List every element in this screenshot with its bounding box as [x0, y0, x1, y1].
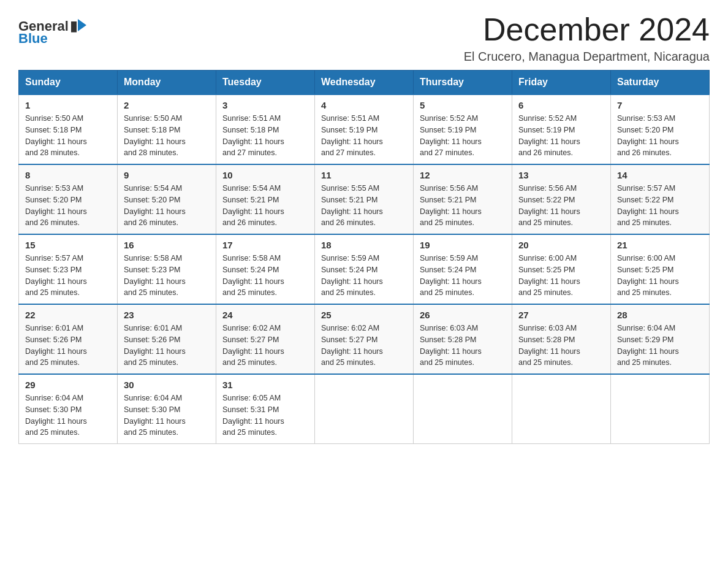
day-info: Sunrise: 5:55 AM Sunset: 5:21 PM Dayligh…: [321, 183, 407, 229]
logo-blue-text: Blue: [18, 31, 48, 47]
day-info: Sunrise: 6:02 AM Sunset: 5:27 PM Dayligh…: [321, 323, 407, 369]
calendar-cell: [414, 374, 512, 444]
day-info: Sunrise: 5:57 AM Sunset: 5:22 PM Dayligh…: [617, 183, 703, 229]
header-row: SundayMondayTuesdayWednesdayThursdayFrid…: [19, 71, 710, 95]
calendar-cell: 24 Sunrise: 6:02 AM Sunset: 5:27 PM Dayl…: [216, 304, 315, 374]
calendar-cell: 29 Sunrise: 6:04 AM Sunset: 5:30 PM Dayl…: [19, 374, 118, 444]
calendar-cell: 2 Sunrise: 5:50 AM Sunset: 5:18 PM Dayli…: [118, 94, 216, 164]
day-info: Sunrise: 5:50 AM Sunset: 5:18 PM Dayligh…: [124, 113, 210, 159]
header-monday: Monday: [118, 71, 216, 95]
week-row-2: 8 Sunrise: 5:53 AM Sunset: 5:20 PM Dayli…: [19, 164, 710, 234]
day-number: 18: [321, 240, 407, 250]
calendar-cell: 30 Sunrise: 6:04 AM Sunset: 5:30 PM Dayl…: [118, 374, 216, 444]
calendar-cell: 31 Sunrise: 6:05 AM Sunset: 5:31 PM Dayl…: [216, 374, 315, 444]
day-number: 8: [25, 170, 111, 180]
day-number: 25: [321, 310, 407, 320]
calendar-cell: 9 Sunrise: 5:54 AM Sunset: 5:20 PM Dayli…: [118, 164, 216, 234]
day-number: 17: [222, 240, 308, 250]
calendar-cell: 20 Sunrise: 6:00 AM Sunset: 5:25 PM Dayl…: [512, 234, 611, 304]
calendar-cell: [512, 374, 611, 444]
header-sunday: Sunday: [19, 71, 118, 95]
day-number: 2: [124, 100, 210, 110]
day-info: Sunrise: 6:00 AM Sunset: 5:25 PM Dayligh…: [518, 253, 604, 299]
day-info: Sunrise: 5:51 AM Sunset: 5:18 PM Dayligh…: [222, 113, 308, 159]
day-info: Sunrise: 6:04 AM Sunset: 5:29 PM Dayligh…: [617, 323, 703, 369]
title-area: December 2024 El Crucero, Managua Depart…: [464, 12, 710, 64]
calendar-cell: 22 Sunrise: 6:01 AM Sunset: 5:26 PM Dayl…: [19, 304, 118, 374]
day-info: Sunrise: 6:01 AM Sunset: 5:26 PM Dayligh…: [25, 323, 111, 369]
day-number: 20: [518, 240, 604, 250]
day-number: 23: [124, 310, 210, 320]
day-number: 13: [518, 170, 604, 180]
day-number: 27: [518, 310, 604, 320]
calendar-cell: 11 Sunrise: 5:55 AM Sunset: 5:21 PM Dayl…: [315, 164, 414, 234]
day-info: Sunrise: 5:52 AM Sunset: 5:19 PM Dayligh…: [420, 113, 506, 159]
calendar-cell: 28 Sunrise: 6:04 AM Sunset: 5:29 PM Dayl…: [611, 304, 710, 374]
calendar-cell: 15 Sunrise: 5:57 AM Sunset: 5:23 PM Dayl…: [19, 234, 118, 304]
day-info: Sunrise: 6:01 AM Sunset: 5:26 PM Dayligh…: [124, 323, 210, 369]
week-row-1: 1 Sunrise: 5:50 AM Sunset: 5:18 PM Dayli…: [19, 94, 710, 164]
day-info: Sunrise: 5:54 AM Sunset: 5:20 PM Dayligh…: [124, 183, 210, 229]
day-info: Sunrise: 6:03 AM Sunset: 5:28 PM Dayligh…: [518, 323, 604, 369]
day-info: Sunrise: 5:56 AM Sunset: 5:22 PM Dayligh…: [518, 183, 604, 229]
day-number: 6: [518, 100, 604, 110]
header-friday: Friday: [512, 71, 611, 95]
calendar-cell: 12 Sunrise: 5:56 AM Sunset: 5:21 PM Dayl…: [414, 164, 512, 234]
calendar-cell: 26 Sunrise: 6:03 AM Sunset: 5:28 PM Dayl…: [414, 304, 512, 374]
day-number: 22: [25, 310, 111, 320]
day-info: Sunrise: 5:56 AM Sunset: 5:21 PM Dayligh…: [420, 183, 506, 229]
header-thursday: Thursday: [414, 71, 512, 95]
calendar-cell: 1 Sunrise: 5:50 AM Sunset: 5:18 PM Dayli…: [19, 94, 118, 164]
day-info: Sunrise: 6:00 AM Sunset: 5:25 PM Dayligh…: [617, 253, 703, 299]
day-info: Sunrise: 5:53 AM Sunset: 5:20 PM Dayligh…: [617, 113, 703, 159]
day-number: 30: [124, 380, 210, 390]
day-number: 12: [420, 170, 506, 180]
calendar-cell: [611, 374, 710, 444]
day-info: Sunrise: 5:59 AM Sunset: 5:24 PM Dayligh…: [321, 253, 407, 299]
calendar-cell: 16 Sunrise: 5:58 AM Sunset: 5:23 PM Dayl…: [118, 234, 216, 304]
day-number: 26: [420, 310, 506, 320]
day-number: 14: [617, 170, 703, 180]
calendar-cell: 19 Sunrise: 5:59 AM Sunset: 5:24 PM Dayl…: [414, 234, 512, 304]
logo-arrow-icon: [78, 19, 86, 31]
day-number: 31: [222, 380, 308, 390]
day-number: 24: [222, 310, 308, 320]
calendar-cell: 5 Sunrise: 5:52 AM Sunset: 5:19 PM Dayli…: [414, 94, 512, 164]
header-tuesday: Tuesday: [216, 71, 315, 95]
day-number: 11: [321, 170, 407, 180]
header: General ▮ Blue December 2024 El Crucero,…: [18, 12, 710, 64]
week-row-3: 15 Sunrise: 5:57 AM Sunset: 5:23 PM Dayl…: [19, 234, 710, 304]
day-info: Sunrise: 5:54 AM Sunset: 5:21 PM Dayligh…: [222, 183, 308, 229]
location-title: El Crucero, Managua Department, Nicaragu…: [464, 50, 710, 64]
calendar-cell: 21 Sunrise: 6:00 AM Sunset: 5:25 PM Dayl…: [611, 234, 710, 304]
day-info: Sunrise: 6:04 AM Sunset: 5:30 PM Dayligh…: [25, 393, 111, 439]
day-number: 7: [617, 100, 703, 110]
day-info: Sunrise: 5:59 AM Sunset: 5:24 PM Dayligh…: [420, 253, 506, 299]
day-info: Sunrise: 5:52 AM Sunset: 5:19 PM Dayligh…: [518, 113, 604, 159]
calendar-cell: 4 Sunrise: 5:51 AM Sunset: 5:19 PM Dayli…: [315, 94, 414, 164]
calendar-cell: 25 Sunrise: 6:02 AM Sunset: 5:27 PM Dayl…: [315, 304, 414, 374]
day-number: 5: [420, 100, 506, 110]
day-info: Sunrise: 6:04 AM Sunset: 5:30 PM Dayligh…: [124, 393, 210, 439]
day-number: 29: [25, 380, 111, 390]
calendar-cell: 7 Sunrise: 5:53 AM Sunset: 5:20 PM Dayli…: [611, 94, 710, 164]
week-row-5: 29 Sunrise: 6:04 AM Sunset: 5:30 PM Dayl…: [19, 374, 710, 444]
day-info: Sunrise: 6:05 AM Sunset: 5:31 PM Dayligh…: [222, 393, 308, 439]
day-number: 3: [222, 100, 308, 110]
calendar-cell: 10 Sunrise: 5:54 AM Sunset: 5:21 PM Dayl…: [216, 164, 315, 234]
calendar-cell: 3 Sunrise: 5:51 AM Sunset: 5:18 PM Dayli…: [216, 94, 315, 164]
calendar-table: SundayMondayTuesdayWednesdayThursdayFrid…: [18, 70, 710, 444]
day-info: Sunrise: 6:03 AM Sunset: 5:28 PM Dayligh…: [420, 323, 506, 369]
day-number: 28: [617, 310, 703, 320]
day-info: Sunrise: 5:51 AM Sunset: 5:19 PM Dayligh…: [321, 113, 407, 159]
day-number: 15: [25, 240, 111, 250]
day-info: Sunrise: 5:58 AM Sunset: 5:24 PM Dayligh…: [222, 253, 308, 299]
day-number: 10: [222, 170, 308, 180]
day-info: Sunrise: 5:50 AM Sunset: 5:18 PM Dayligh…: [25, 113, 111, 159]
day-number: 4: [321, 100, 407, 110]
logo: General ▮ Blue: [18, 18, 86, 47]
day-info: Sunrise: 5:58 AM Sunset: 5:23 PM Dayligh…: [124, 253, 210, 299]
calendar-cell: 6 Sunrise: 5:52 AM Sunset: 5:19 PM Dayli…: [512, 94, 611, 164]
day-number: 1: [25, 100, 111, 110]
calendar-cell: 18 Sunrise: 5:59 AM Sunset: 5:24 PM Dayl…: [315, 234, 414, 304]
